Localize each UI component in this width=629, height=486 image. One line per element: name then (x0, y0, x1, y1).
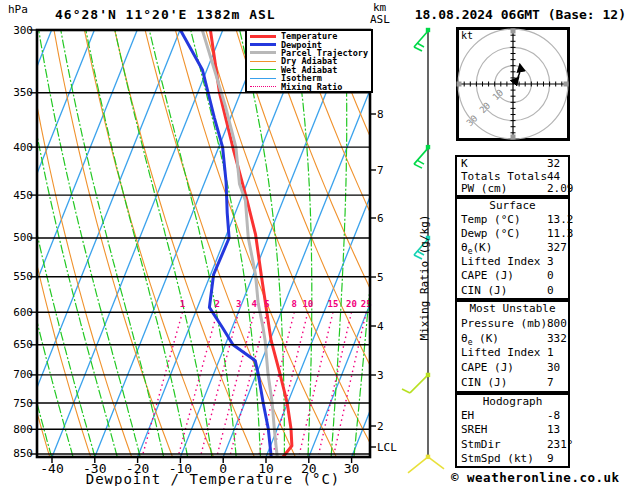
legend-line-sample (250, 43, 276, 46)
wind-barb (402, 373, 430, 393)
legend-item: Mixing Ratio (250, 82, 371, 90)
index-value: 13.2 (547, 213, 574, 226)
mixing-ratio-axis-label: Mixing Ratio (g/kg) (418, 208, 431, 348)
index-table-row: CIN (J)7 (457, 376, 568, 391)
index-label: Totals Totals (461, 170, 547, 183)
index-value: 13 (547, 423, 560, 436)
index-table-row: Lifted Index1 (457, 346, 568, 361)
index-table-row: K32 (457, 157, 568, 170)
index-value: 332 (547, 332, 567, 345)
index-label: θe(K) (461, 241, 492, 256)
km-tick-label: 2 (377, 420, 397, 433)
index-value: -8 (547, 409, 560, 422)
index-value: 0 (547, 269, 554, 282)
index-table: Most UnstablePressure (mb)800θe (K)332Li… (455, 300, 570, 393)
pressure-unit-label: hPa (8, 3, 28, 16)
lcl-label: LCL (377, 441, 397, 454)
index-label: CIN (J) (461, 284, 507, 297)
index-label: StmSpd (kt) (461, 452, 534, 465)
index-label: PW (cm) (461, 182, 507, 195)
index-label: K (461, 157, 468, 170)
mixing-ratio-value-label: 20 (346, 299, 357, 309)
pressure-tick-label: 850 (4, 447, 33, 460)
index-value: 327 (547, 241, 567, 254)
index-table-row: Lifted Index3 (457, 255, 568, 269)
datetime-title: 18.08.2024 06GMT (Base: 12) (415, 7, 626, 22)
index-label: θe (K) (461, 332, 499, 347)
station-title: 46°28'N 11°20'E 1382m ASL (55, 7, 276, 22)
legend-line-sample (250, 61, 276, 62)
index-value: 0 (547, 284, 554, 297)
dry-adiabat-line (115, 30, 256, 459)
index-table-row: Temp (°C)13.2 (457, 213, 568, 227)
mixing-ratio-value-label: 2 (214, 299, 219, 309)
index-table-title: Most Unstable (457, 302, 568, 317)
index-label: Lifted Index (461, 255, 540, 268)
index-value: 231° (547, 438, 574, 451)
hodograph: 102030 (457, 29, 569, 140)
km-tick-label: 7 (377, 164, 397, 177)
index-label: SREH (461, 423, 488, 436)
index-table: SurfaceTemp (°C)13.2Dewp (°C)11.3θe(K)32… (455, 197, 570, 300)
mixing-ratio-value-label: 1 (180, 299, 185, 309)
index-table-title: Hodograph (457, 395, 568, 409)
index-label: Temp (°C) (461, 213, 521, 226)
isotherm-line (309, 30, 480, 457)
legend-item-label: Temperature (281, 32, 337, 40)
pressure-tick-label: 600 (4, 306, 33, 319)
km-tick-label: 8 (377, 108, 397, 121)
index-table-row: CAPE (J)30 (457, 361, 568, 376)
mixing-ratio-value-label: 8 (292, 299, 297, 309)
pressure-tick-label: 700 (4, 368, 33, 381)
wet-adiabat-line (39, 30, 140, 456)
index-table-row: θe (K)332 (457, 332, 568, 347)
index-table-row: SREH13 (457, 423, 568, 437)
legend-item-label: Mixing Ratio (281, 83, 342, 91)
index-value: 800 (547, 317, 567, 330)
isotherm-line (266, 30, 437, 457)
index-value: 7 (547, 376, 554, 389)
index-value: 3 (547, 255, 554, 268)
legend-line-sample (250, 69, 276, 70)
mixing-ratio-line (299, 312, 333, 454)
index-table-row: CIN (J)0 (457, 284, 568, 298)
pressure-tick-label: 550 (4, 270, 33, 283)
index-table-row: StmDir231° (457, 438, 568, 452)
index-label: EH (461, 409, 474, 422)
index-value: 1 (547, 346, 554, 359)
mixing-ratio-value-label: 5 (264, 299, 269, 309)
pressure-tick-label: 400 (4, 141, 33, 154)
mixing-ratio-value-label: 4 (252, 299, 258, 309)
pressure-tick-label: 300 (4, 24, 33, 37)
isotherm-line (95, 30, 266, 457)
legend-item-label: Isotherm (281, 74, 322, 82)
temperature-tick-label: -40 (35, 461, 69, 476)
index-table-row: θe(K)327 (457, 241, 568, 255)
legend-line-sample (250, 35, 276, 38)
legend-line-sample (250, 78, 276, 79)
index-table-row: PW (cm)2.09 (457, 182, 568, 195)
wet-adiabat-line (354, 30, 389, 456)
index-table: K32Totals Totals44PW (cm)2.09 (455, 155, 570, 197)
isotherm-line (9, 30, 180, 457)
index-table-row: CAPE (J)0 (457, 269, 568, 283)
legend-line-sample (250, 86, 276, 87)
index-table-title: Surface (457, 199, 568, 213)
km-tick-label: 3 (377, 369, 397, 382)
skewt-sounding-page: 12345810152025102030 hPa 46°28'N 11°20'E… (0, 0, 629, 486)
index-table-row: Pressure (mb)800 (457, 317, 568, 332)
index-table-row: Totals Totals44 (457, 170, 568, 183)
dry-adiabat-line (54, 30, 173, 459)
index-table-row: StmSpd (kt)9 (457, 452, 568, 466)
wet-adiabat-line (86, 30, 188, 456)
index-label: CIN (J) (461, 376, 507, 389)
index-label: CAPE (J) (461, 269, 514, 282)
x-axis-label: Dewpoint / Temperature (°C) (82, 471, 344, 486)
mixing-ratio-line (143, 312, 183, 454)
index-label: Lifted Index (461, 346, 540, 359)
index-label: Pressure (mb) (461, 317, 547, 330)
dry-adiabat-line (236, 30, 419, 459)
index-table-row: EH-8 (457, 409, 568, 423)
hodograph-unit-label: kt (461, 30, 473, 41)
km-tick-label: 4 (377, 320, 397, 333)
